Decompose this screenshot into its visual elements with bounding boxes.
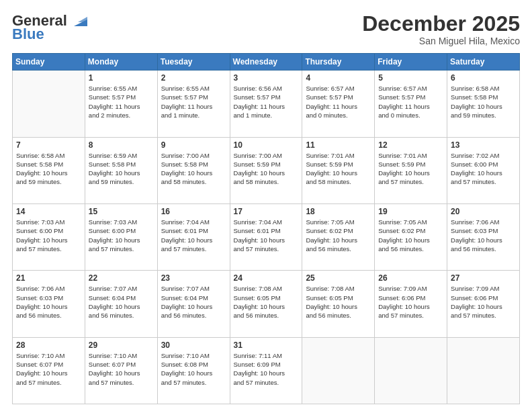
- day-info: Sunrise: 7:03 AM Sunset: 6:00 PM Dayligh…: [89, 218, 154, 253]
- day-info: Sunrise: 6:57 AM Sunset: 5:57 PM Dayligh…: [378, 84, 443, 120]
- header-cell-tuesday: Tuesday: [157, 54, 230, 71]
- day-cell: 19Sunrise: 7:05 AM Sunset: 6:02 PM Dayli…: [375, 203, 447, 270]
- page: General Blue December 2025 San Miguel Hi…: [0, 0, 532, 411]
- day-cell: 14Sunrise: 7:03 AM Sunset: 6:00 PM Dayli…: [13, 203, 85, 270]
- day-info: Sunrise: 6:58 AM Sunset: 5:58 PM Dayligh…: [451, 84, 516, 120]
- day-info: Sunrise: 7:06 AM Sunset: 6:03 PM Dayligh…: [451, 218, 516, 253]
- day-cell: 10Sunrise: 7:00 AM Sunset: 5:59 PM Dayli…: [230, 137, 302, 203]
- day-cell: 3Sunrise: 6:56 AM Sunset: 5:57 PM Daylig…: [230, 71, 302, 137]
- day-info: Sunrise: 7:00 AM Sunset: 5:58 PM Dayligh…: [161, 151, 226, 187]
- logo-text-blue: Blue: [12, 26, 44, 43]
- day-cell: 21Sunrise: 7:06 AM Sunset: 6:03 PM Dayli…: [13, 271, 85, 337]
- day-number: 20: [451, 207, 516, 216]
- day-info: Sunrise: 7:01 AM Sunset: 5:59 PM Dayligh…: [306, 151, 371, 187]
- day-number: 24: [234, 273, 299, 283]
- day-cell: 28Sunrise: 7:10 AM Sunset: 6:07 PM Dayli…: [13, 337, 85, 404]
- day-number: 28: [16, 340, 81, 350]
- month-title: December 2025: [362, 12, 520, 36]
- logo-icon: [69, 14, 90, 28]
- day-info: Sunrise: 7:00 AM Sunset: 5:59 PM Dayligh…: [234, 151, 299, 187]
- day-number: 25: [306, 273, 371, 283]
- day-number: 27: [451, 273, 516, 283]
- day-number: 22: [89, 273, 154, 283]
- header-cell-saturday: Saturday: [447, 54, 520, 71]
- day-info: Sunrise: 7:09 AM Sunset: 6:06 PM Dayligh…: [378, 284, 443, 320]
- day-number: 10: [234, 140, 299, 150]
- day-info: Sunrise: 7:11 AM Sunset: 6:09 PM Dayligh…: [234, 351, 299, 387]
- day-info: Sunrise: 7:06 AM Sunset: 6:03 PM Dayligh…: [16, 284, 81, 320]
- header-cell-sunday: Sunday: [13, 54, 85, 71]
- day-cell: 12Sunrise: 7:01 AM Sunset: 5:59 PM Dayli…: [375, 137, 447, 203]
- day-cell: 18Sunrise: 7:05 AM Sunset: 6:02 PM Dayli…: [302, 203, 375, 270]
- day-number: 14: [16, 207, 81, 216]
- day-cell: 7Sunrise: 6:58 AM Sunset: 5:58 PM Daylig…: [13, 137, 85, 203]
- day-info: Sunrise: 6:56 AM Sunset: 5:57 PM Dayligh…: [234, 84, 299, 120]
- day-number: 3: [234, 73, 299, 83]
- day-number: 13: [451, 140, 516, 150]
- header: General Blue December 2025 San Miguel Hi…: [12, 12, 520, 46]
- day-cell: [302, 337, 375, 404]
- day-number: 19: [378, 207, 443, 216]
- day-cell: 20Sunrise: 7:06 AM Sunset: 6:03 PM Dayli…: [447, 203, 520, 270]
- day-cell: 4Sunrise: 6:57 AM Sunset: 5:57 PM Daylig…: [302, 71, 375, 137]
- day-cell: 25Sunrise: 7:08 AM Sunset: 6:05 PM Dayli…: [302, 271, 375, 337]
- day-cell: 23Sunrise: 7:07 AM Sunset: 6:04 PM Dayli…: [157, 271, 230, 337]
- week-row-2: 7Sunrise: 6:58 AM Sunset: 5:58 PM Daylig…: [13, 137, 520, 203]
- day-cell: 31Sunrise: 7:11 AM Sunset: 6:09 PM Dayli…: [230, 337, 302, 404]
- day-cell: 11Sunrise: 7:01 AM Sunset: 5:59 PM Dayli…: [302, 137, 375, 203]
- day-info: Sunrise: 7:07 AM Sunset: 6:04 PM Dayligh…: [161, 284, 226, 320]
- day-number: 6: [451, 73, 516, 83]
- day-number: 11: [306, 140, 371, 150]
- header-cell-thursday: Thursday: [302, 54, 375, 71]
- day-number: 7: [16, 140, 81, 150]
- day-info: Sunrise: 6:57 AM Sunset: 5:57 PM Dayligh…: [306, 84, 371, 120]
- day-cell: [375, 337, 447, 404]
- day-info: Sunrise: 7:10 AM Sunset: 6:07 PM Dayligh…: [89, 351, 154, 387]
- svg-marker-1: [78, 17, 87, 22]
- day-number: 9: [161, 140, 226, 150]
- week-row-4: 21Sunrise: 7:06 AM Sunset: 6:03 PM Dayli…: [13, 271, 520, 337]
- logo: General Blue: [12, 12, 90, 43]
- day-info: Sunrise: 6:55 AM Sunset: 5:57 PM Dayligh…: [161, 84, 226, 120]
- day-cell: 6Sunrise: 6:58 AM Sunset: 5:58 PM Daylig…: [447, 71, 520, 137]
- day-cell: 16Sunrise: 7:04 AM Sunset: 6:01 PM Dayli…: [157, 203, 230, 270]
- day-info: Sunrise: 7:10 AM Sunset: 6:07 PM Dayligh…: [16, 351, 81, 387]
- day-info: Sunrise: 7:10 AM Sunset: 6:08 PM Dayligh…: [161, 351, 226, 387]
- day-number: 16: [161, 207, 226, 216]
- day-number: 15: [89, 207, 154, 216]
- week-row-5: 28Sunrise: 7:10 AM Sunset: 6:07 PM Dayli…: [13, 337, 520, 404]
- day-cell: 30Sunrise: 7:10 AM Sunset: 6:08 PM Dayli…: [157, 337, 230, 404]
- day-info: Sunrise: 6:58 AM Sunset: 5:58 PM Dayligh…: [16, 151, 81, 187]
- week-row-1: 1Sunrise: 6:55 AM Sunset: 5:57 PM Daylig…: [13, 71, 520, 137]
- day-cell: 15Sunrise: 7:03 AM Sunset: 6:00 PM Dayli…: [85, 203, 157, 270]
- day-number: 1: [89, 73, 154, 83]
- day-cell: 5Sunrise: 6:57 AM Sunset: 5:57 PM Daylig…: [375, 71, 447, 137]
- day-cell: 17Sunrise: 7:04 AM Sunset: 6:01 PM Dayli…: [230, 203, 302, 270]
- day-number: 4: [306, 73, 371, 83]
- day-info: Sunrise: 7:02 AM Sunset: 6:00 PM Dayligh…: [451, 151, 516, 187]
- day-number: 23: [161, 273, 226, 283]
- day-number: 29: [89, 340, 154, 350]
- day-info: Sunrise: 7:03 AM Sunset: 6:00 PM Dayligh…: [16, 218, 81, 253]
- day-info: Sunrise: 7:07 AM Sunset: 6:04 PM Dayligh…: [89, 284, 154, 320]
- day-info: Sunrise: 7:08 AM Sunset: 6:05 PM Dayligh…: [234, 284, 299, 320]
- day-number: 26: [378, 273, 443, 283]
- day-info: Sunrise: 7:08 AM Sunset: 6:05 PM Dayligh…: [306, 284, 371, 320]
- day-cell: 24Sunrise: 7:08 AM Sunset: 6:05 PM Dayli…: [230, 271, 302, 337]
- day-number: 5: [378, 73, 443, 83]
- day-info: Sunrise: 7:04 AM Sunset: 6:01 PM Dayligh…: [161, 218, 226, 253]
- location: San Miguel Hila, Mexico: [362, 36, 520, 46]
- day-number: 17: [234, 207, 299, 216]
- calendar-table: SundayMondayTuesdayWednesdayThursdayFrid…: [12, 53, 520, 404]
- day-info: Sunrise: 6:55 AM Sunset: 5:57 PM Dayligh…: [89, 84, 154, 120]
- day-number: 2: [161, 73, 226, 83]
- day-number: 8: [89, 140, 154, 150]
- header-cell-monday: Monday: [85, 54, 157, 71]
- day-info: Sunrise: 7:01 AM Sunset: 5:59 PM Dayligh…: [378, 151, 443, 187]
- day-info: Sunrise: 7:05 AM Sunset: 6:02 PM Dayligh…: [306, 218, 371, 253]
- day-cell: 29Sunrise: 7:10 AM Sunset: 6:07 PM Dayli…: [85, 337, 157, 404]
- header-row: SundayMondayTuesdayWednesdayThursdayFrid…: [13, 54, 520, 71]
- day-cell: 9Sunrise: 7:00 AM Sunset: 5:58 PM Daylig…: [157, 137, 230, 203]
- day-cell: 1Sunrise: 6:55 AM Sunset: 5:57 PM Daylig…: [85, 71, 157, 137]
- day-info: Sunrise: 7:09 AM Sunset: 6:06 PM Dayligh…: [451, 284, 516, 320]
